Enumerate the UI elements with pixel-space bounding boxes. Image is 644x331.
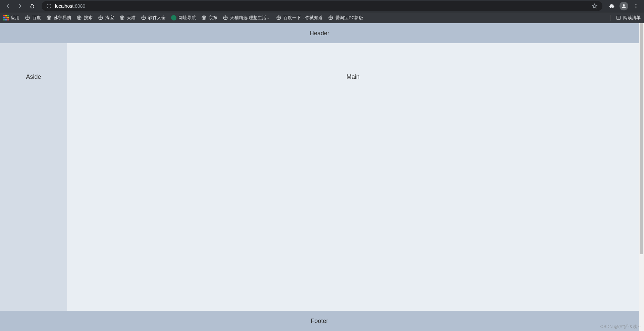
bookmark-taobao[interactable]: 淘宝 — [98, 15, 114, 21]
globe-icon — [119, 15, 125, 20]
bookmark-label: 天猫 — [127, 15, 136, 21]
bookmark-aitaobao[interactable]: 爱淘宝PC新版 — [328, 15, 363, 21]
bookmark-label: 百度一下，你就知道 — [283, 15, 323, 21]
profile-button[interactable] — [619, 1, 629, 11]
address-bar[interactable]: localhost:8080 — [42, 1, 602, 11]
site-dot-icon — [171, 15, 176, 20]
layout-aside: Aside — [0, 43, 67, 311]
footer-text: Footer — [311, 318, 328, 325]
reload-icon — [29, 3, 35, 9]
svg-rect-1 — [49, 6, 49, 7]
bookmark-label: 搜索 — [84, 15, 93, 21]
reading-list-icon — [616, 15, 621, 20]
layout-footer: Footer — [0, 311, 639, 331]
svg-point-5 — [636, 7, 637, 8]
header-text: Header — [310, 30, 329, 37]
bookmark-label: 京东 — [209, 15, 217, 21]
globe-icon — [141, 15, 146, 20]
bookmark-label: 软件大全 — [148, 15, 166, 21]
bookmark-label: 百度 — [32, 15, 41, 21]
layout-body: Aside Main — [0, 43, 639, 311]
bookmark-suning[interactable]: 苏宁易购 — [46, 15, 71, 21]
apps-icon — [3, 15, 9, 20]
bookmark-apps[interactable]: 应用 — [3, 15, 19, 21]
kebab-icon — [633, 3, 639, 9]
menu-button[interactable] — [631, 1, 641, 11]
svg-rect-2 — [49, 5, 49, 5]
bookmark-label: 应用 — [11, 15, 19, 21]
bookmark-label: 网址导航 — [178, 15, 196, 21]
scrollbar-thumb[interactable] — [640, 23, 643, 254]
person-icon — [621, 3, 627, 9]
globe-icon — [328, 15, 333, 20]
bookmark-label: 苏宁易购 — [54, 15, 71, 21]
bookmark-tmall[interactable]: 天猫 — [119, 15, 136, 21]
aside-text: Aside — [26, 73, 41, 311]
globe-icon — [223, 15, 228, 20]
globe-icon — [76, 15, 82, 20]
bookmark-baidu[interactable]: 百度 — [25, 15, 41, 21]
bookmark-label: 爱淘宝PC新版 — [335, 15, 363, 21]
reload-button[interactable] — [27, 1, 38, 11]
url-host: localhost — [55, 3, 73, 9]
url-text: localhost:8080 — [55, 3, 85, 9]
bookmark-label: 天猫精选-理想生活… — [230, 15, 271, 21]
url-port: :8080 — [73, 3, 85, 9]
bookmark-tmjx[interactable]: 天猫精选-理想生活… — [223, 15, 271, 21]
back-button[interactable] — [3, 1, 13, 11]
globe-icon — [98, 15, 103, 20]
reading-list-button[interactable]: 阅读清单 — [616, 15, 641, 21]
bookmark-softmall[interactable]: 软件大全 — [141, 15, 166, 21]
browser-chrome: localhost:8080 应用 百度 苏宁易购 — [0, 0, 644, 23]
globe-icon — [46, 15, 52, 20]
browser-toolbar: localhost:8080 — [0, 0, 644, 12]
extensions-button[interactable] — [606, 1, 617, 11]
bookmark-label: 淘宝 — [105, 15, 114, 21]
layout-header: Header — [0, 23, 639, 43]
puzzle-icon — [609, 3, 615, 9]
svg-point-3 — [636, 4, 637, 5]
bookmark-baiduyx[interactable]: 百度一下，你就知道 — [276, 15, 323, 21]
main-text: Main — [346, 73, 360, 311]
arrow-left-icon — [5, 3, 11, 9]
arrow-right-icon — [17, 3, 23, 9]
bookmarks-divider — [610, 15, 610, 21]
forward-button[interactable] — [15, 1, 25, 11]
page-root: Header Aside Main Footer — [0, 23, 639, 331]
svg-point-4 — [636, 6, 637, 7]
bookmarks-bar: 应用 百度 苏宁易购 搜索 淘宝 天猫 软件大全 网址导航 — [0, 12, 644, 23]
vertical-scrollbar[interactable] — [639, 23, 644, 331]
layout-main: Main — [67, 43, 639, 311]
viewport: Header Aside Main Footer CSDN @(#°)凸&贱～ — [0, 23, 644, 331]
globe-icon — [276, 15, 281, 20]
bookmark-jd[interactable]: 京东 — [201, 15, 217, 21]
globe-icon — [25, 15, 30, 20]
bookmark-search[interactable]: 搜索 — [76, 15, 93, 21]
avatar — [620, 2, 628, 10]
reading-list-label: 阅读清单 — [623, 15, 641, 21]
bookmark-star-icon[interactable] — [592, 3, 598, 9]
site-info-icon[interactable] — [46, 3, 52, 9]
bookmark-wzhdh[interactable]: 网址导航 — [171, 15, 196, 21]
globe-icon — [201, 15, 207, 20]
